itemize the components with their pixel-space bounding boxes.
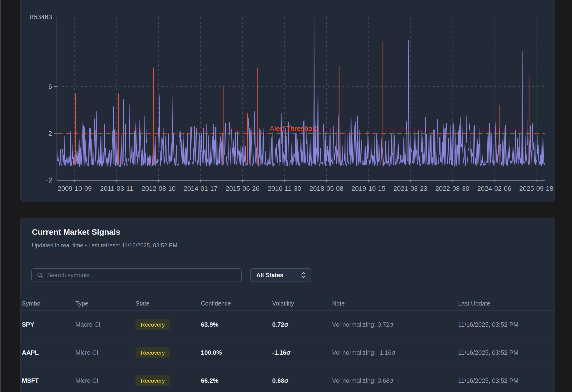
y-tick-label: 853463 <box>30 13 52 21</box>
state-filter-value: All States <box>256 272 283 279</box>
y-tick-label: 6 <box>48 83 52 90</box>
state-badge: Recovery <box>136 375 170 386</box>
last-refresh-status: Updated in real-time • Last refresh: 11/… <box>32 242 177 249</box>
table-row-aapl[interactable]: AAPLMicro CIRecovery100.0%-1.16σVol norm… <box>20 339 555 367</box>
table-row-msft[interactable]: MSFTMicro CIRecovery66.2%0.68σVol normal… <box>20 367 555 392</box>
x-tick-label: 2015-06-26 <box>225 185 259 192</box>
table-row-spy[interactable]: SPYMacro CIRecovery63.9%0.72σVol normali… <box>20 311 555 339</box>
cell-last_update: 11/16/2025, 03:52 PM <box>458 339 555 367</box>
signals-table: SymbolTypeStateConfidenceVolatilityNoteL… <box>20 296 555 392</box>
dashboard-page: 85346362-22009-10-092011-03-112012-08-10… <box>0 0 572 392</box>
x-tick-label: 2022-08-30 <box>435 185 469 192</box>
x-tick-label: 2018-05-08 <box>309 185 343 192</box>
cell-confidence: 100.0% <box>201 339 272 367</box>
column-header-type: Type <box>75 296 136 311</box>
market-signals-panel: Current Market Signals Updated in real-t… <box>20 218 555 392</box>
x-tick-label: 2011-03-11 <box>100 185 133 192</box>
state-filter-select[interactable]: All States <box>250 268 311 282</box>
cell-type: Micro CI <box>75 339 136 367</box>
x-tick-label: 2024-02-06 <box>477 185 511 192</box>
cell-state: Recovery <box>136 367 201 392</box>
x-tick-label: 2009-10-09 <box>58 185 92 192</box>
cell-last_update: 11/16/2025, 03:52 PM <box>458 311 555 339</box>
updown-chevron-icon <box>301 271 306 279</box>
signal-time-series-chart: 85346362-22009-10-092011-03-112012-08-10… <box>20 0 555 202</box>
page-title: Current Market Signals <box>32 227 120 237</box>
column-header-volatility: Volatility <box>272 296 332 311</box>
cell-state: Recovery <box>136 339 201 367</box>
table-header-row: SymbolTypeStateConfidenceVolatilityNoteL… <box>20 296 555 311</box>
cell-note: Vol normalizing: -1.16σ <box>332 339 458 367</box>
cell-note: Vol normalizing: 0.72σ <box>332 311 458 339</box>
x-tick-label: 2016-11-30 <box>268 185 301 192</box>
x-tick-label: 2019-10-15 <box>351 185 385 192</box>
threshold-label: Alert Threshold <box>270 124 318 132</box>
cell-last_update: 11/16/2025, 03:52 PM <box>458 367 555 392</box>
left-edge-strip <box>0 0 1 392</box>
column-header-state: State <box>136 296 201 311</box>
cell-type: Micro CI <box>75 367 136 392</box>
x-tick-label: 2014-01-17 <box>184 185 218 192</box>
cell-volatility: 0.72σ <box>272 311 332 339</box>
cell-volatility: 0.68σ <box>272 367 332 392</box>
cell-volatility: -1.16σ <box>272 339 332 367</box>
symbol-search-box[interactable] <box>32 268 242 282</box>
cell-confidence: 66.2% <box>201 367 272 392</box>
x-tick-label: 2012-08-10 <box>142 185 175 192</box>
cell-type: Macro CI <box>75 311 136 339</box>
cell-confidence: 63.9% <box>201 311 272 339</box>
state-badge: Recovery <box>136 319 170 330</box>
column-header-last-update: Last Update <box>458 296 555 311</box>
y-tick-label: 2 <box>48 130 52 137</box>
cell-note: Vol normalizing: 0.68σ <box>332 367 458 392</box>
cell-symbol: AAPL <box>20 339 75 367</box>
x-tick-label: 2025-09-18 <box>519 185 553 192</box>
search-icon <box>37 272 43 278</box>
state-badge: Recovery <box>136 347 170 358</box>
search-input[interactable] <box>47 271 241 279</box>
x-tick-label: 2021-03-23 <box>393 185 427 192</box>
cell-symbol: SPY <box>20 311 75 339</box>
cell-symbol: MSFT <box>20 367 75 392</box>
cell-state: Recovery <box>136 311 201 339</box>
column-header-confidence: Confidence <box>201 296 272 311</box>
series-line <box>58 17 545 166</box>
y-tick-label: -2 <box>46 177 52 184</box>
signal-chart-panel: 85346362-22009-10-092011-03-112012-08-10… <box>20 0 555 202</box>
column-header-note: Note <box>332 296 458 311</box>
column-header-symbol: Symbol <box>20 296 75 311</box>
